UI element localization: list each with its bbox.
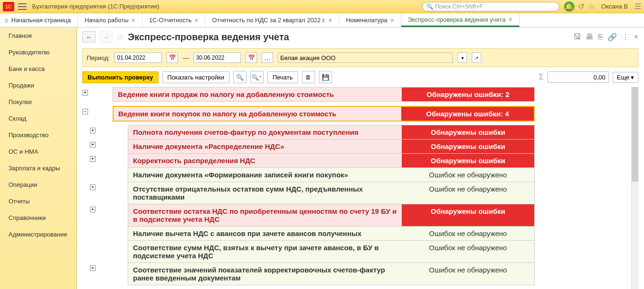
- user-menu-icon[interactable]: ☰: [635, 2, 641, 11]
- tab-start[interactable]: Начало работы ×: [78, 13, 142, 27]
- check-row: +Отсутствие отрицательных остатков сумм …: [79, 182, 638, 204]
- save-button[interactable]: 💾: [319, 71, 332, 83]
- print-button[interactable]: Печать: [267, 71, 298, 83]
- user-name[interactable]: Оксана В: [601, 3, 628, 10]
- period-dash: —: [183, 54, 189, 61]
- logo-1c: 1C: [3, 2, 14, 11]
- show-settings-button[interactable]: Показать настройки: [162, 71, 229, 83]
- check-title[interactable]: Отсутствие отрицательных остатков сумм Н…: [128, 182, 402, 204]
- period-ellipsis-button[interactable]: …: [262, 53, 273, 63]
- check-title[interactable]: Наличие документа «Формирование записей …: [128, 168, 402, 182]
- content-area: ← → ☆ Экспресс-проверка ведения учета 🖫 …: [77, 27, 644, 289]
- link-icon[interactable]: 🔗: [608, 33, 617, 42]
- sidebar-item-purchases[interactable]: Покупки: [0, 94, 76, 110]
- zoom-out-button[interactable]: 🔍⁻: [250, 71, 264, 83]
- check-title[interactable]: Наличие вычета НДС с авансов при зачете …: [128, 227, 402, 240]
- check-row: +Соответствие остатка НДС по приобретенн…: [79, 204, 638, 226]
- group-title[interactable]: Ведение книги покупок по налогу на добав…: [114, 107, 401, 121]
- group-title[interactable]: Ведение книги продаж по налогу на добавл…: [113, 88, 402, 101]
- tab-reporting[interactable]: 1С-Отчетность ×: [142, 13, 205, 27]
- expand-icon[interactable]: +: [90, 207, 96, 212]
- sidebar-item-warehouse[interactable]: Склад: [0, 110, 76, 127]
- close-icon[interactable]: ×: [634, 33, 638, 42]
- run-check-button[interactable]: Выполнить проверку: [82, 71, 159, 83]
- close-icon[interactable]: ×: [194, 17, 198, 24]
- check-title[interactable]: Соответствие остатка НДС по приобретенны…: [128, 204, 402, 226]
- global-search-input[interactable]: 🔍 Поиск Ctrl+Shift+F: [422, 2, 559, 11]
- history-icon[interactable]: ↺: [578, 2, 584, 11]
- menu-icon[interactable]: [18, 3, 26, 10]
- calendar-from-button[interactable]: 📅: [167, 53, 178, 63]
- tab-nomenclature[interactable]: Номенклатура ×: [339, 13, 401, 27]
- search-icon: 🔍: [426, 3, 433, 10]
- more-button[interactable]: Еще ▾: [613, 72, 638, 83]
- vertical-scrollbar[interactable]: [631, 87, 638, 289]
- preview-button[interactable]: 🗎: [302, 71, 315, 83]
- notifications-icon[interactable]: 🔔: [564, 1, 574, 12]
- expand-icon[interactable]: +: [90, 265, 96, 271]
- close-icon[interactable]: ×: [508, 16, 512, 23]
- search-placeholder: Поиск Ctrl+Shift+F: [435, 3, 483, 10]
- close-icon[interactable]: ×: [328, 17, 332, 24]
- save-icon[interactable]: 🖫: [573, 33, 581, 42]
- company-dropdown-button[interactable]: ▾: [458, 53, 467, 63]
- check-title[interactable]: Соответствие сумм НДС, взятых к вычету п…: [128, 241, 402, 263]
- sidebar-item-bank[interactable]: Банк и касса: [0, 61, 76, 77]
- period-to-input[interactable]: [194, 53, 241, 63]
- check-title[interactable]: Соответствие значений показателей коррек…: [128, 263, 402, 285]
- check-row: +Соответствие значений показателей корре…: [79, 263, 638, 285]
- expand-icon[interactable]: +: [90, 156, 96, 162]
- tab-home[interactable]: ⌂ Начальная страница: [0, 13, 78, 27]
- collapse-icon[interactable]: −: [82, 109, 88, 114]
- company-select[interactable]: Белая акация ООО: [278, 53, 453, 63]
- sidebar-item-manager[interactable]: Руководителю: [0, 44, 76, 61]
- page-header-actions: 🖫 🖶 ⎘ 🔗 ⋮ ×: [573, 33, 638, 42]
- check-title[interactable]: Полнота получения счетов-фактур по докум…: [128, 125, 402, 139]
- sidebar-item-admin[interactable]: Администрирование: [0, 226, 76, 243]
- sidebar-item-assets[interactable]: ОС и НМА: [0, 143, 76, 160]
- sidebar-item-sales[interactable]: Продажи: [0, 77, 76, 94]
- group-row-sales: + Ведение книги продаж по налогу на доба…: [79, 87, 638, 101]
- sidebar-item-catalogs[interactable]: Справочники: [0, 210, 76, 226]
- nav-forward-button[interactable]: →: [99, 31, 113, 43]
- kebab-icon[interactable]: ⋮: [622, 33, 629, 42]
- check-status: Обнаружены ошибки: [402, 154, 534, 167]
- sidebar-item-payroll[interactable]: Зарплата и кадры: [0, 160, 76, 176]
- company-open-button[interactable]: ↗: [472, 53, 481, 63]
- nav-sidebar: Главное Руководителю Банк и касса Продаж…: [0, 27, 77, 289]
- check-row: Наличие вычета НДС с авансов при зачете …: [79, 226, 638, 240]
- zoom-in-button[interactable]: 🔍: [233, 71, 247, 83]
- check-title[interactable]: Наличие документа «Распределение НДС»: [128, 140, 402, 153]
- sidebar-item-main[interactable]: Главное: [0, 27, 76, 44]
- export-icon[interactable]: ⎘: [598, 33, 603, 42]
- content-header: ← → ☆ Экспресс-проверка ведения учета 🖫 …: [77, 27, 644, 46]
- tab-express-check[interactable]: Экспресс-проверка ведения учета ×: [401, 13, 520, 27]
- star-icon[interactable]: ☆: [116, 32, 124, 42]
- nav-back-button[interactable]: ←: [82, 31, 96, 43]
- calendar-to-button[interactable]: 📅: [246, 53, 257, 63]
- tabs-bar: ⌂ Начальная страница Начало работы × 1С-…: [0, 13, 644, 27]
- check-row: +Наличие документа «Распределение НДС»Об…: [79, 139, 638, 153]
- tab-vat-report[interactable]: Отчетность по НДС за 2 квартал 2022 г. ×: [205, 13, 339, 27]
- period-label: Период:: [87, 54, 110, 61]
- sidebar-item-operations[interactable]: Операции: [0, 176, 76, 193]
- period-from-input[interactable]: [115, 53, 162, 63]
- close-icon[interactable]: ×: [390, 17, 394, 24]
- sidebar-item-reports[interactable]: Отчеты: [0, 193, 76, 210]
- chevron-down-icon: ▾: [631, 74, 634, 81]
- expand-icon[interactable]: +: [90, 184, 96, 190]
- expand-icon[interactable]: +: [90, 142, 96, 148]
- favorite-icon[interactable]: ☆: [588, 2, 595, 11]
- tab-label: Номенклатура: [346, 17, 387, 24]
- tab-label: Начало работы: [85, 17, 129, 24]
- group-row-purchases: − Ведение книги покупок по налогу на доб…: [79, 106, 638, 121]
- check-status: Ошибок не обнаружено: [402, 227, 534, 240]
- close-icon[interactable]: ×: [132, 17, 135, 24]
- check-title[interactable]: Корректность распределения НДС: [128, 154, 402, 167]
- check-row: +Корректность распределения НДСОбнаружен…: [79, 153, 638, 167]
- expand-icon[interactable]: +: [82, 90, 88, 96]
- sidebar-item-production[interactable]: Производство: [0, 127, 76, 143]
- group-status: Обнаружены ошибки: 2: [402, 88, 534, 101]
- print-icon[interactable]: 🖶: [586, 33, 593, 42]
- expand-icon[interactable]: +: [90, 128, 96, 133]
